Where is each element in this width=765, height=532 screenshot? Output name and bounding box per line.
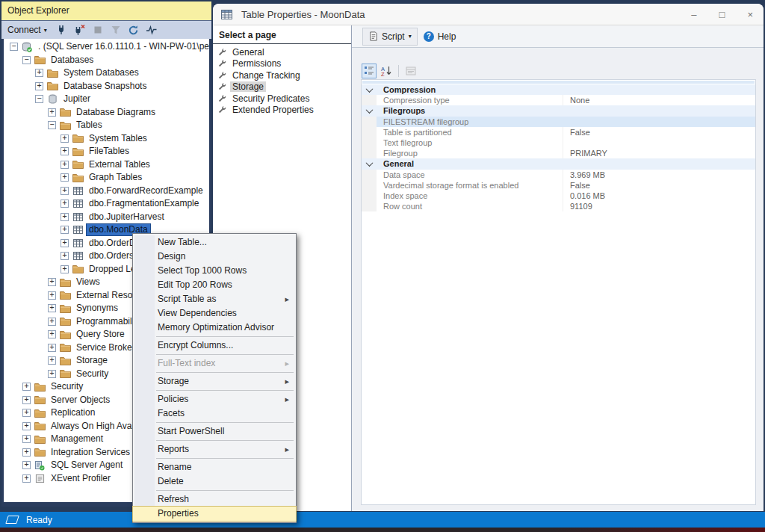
menu-item-new-table[interactable]: New Table... — [133, 235, 296, 250]
menu-item-view-dependencies[interactable]: View Dependencies — [133, 306, 296, 321]
tree-item-dbo-jupiterharvest[interactable]: +dbo.JupiterHarvest — [4, 211, 209, 224]
tree-item-filetables[interactable]: +FileTables — [4, 145, 209, 158]
tree-expander-icon[interactable]: + — [22, 409, 31, 417]
tree-expander-icon[interactable]: + — [61, 147, 69, 155]
tree-expander-icon[interactable]: + — [61, 239, 69, 247]
tree-expander-icon[interactable]: + — [48, 291, 56, 300]
tree-expander-icon[interactable]: + — [61, 173, 69, 182]
close-button[interactable]: × — [747, 10, 753, 19]
page-item-storage[interactable]: Storage — [213, 81, 351, 93]
page-item-security-predicates[interactable]: Security Predicates — [213, 93, 351, 105]
tree-item-tables[interactable]: −Tables — [4, 119, 209, 132]
property-row-filestream-filegroup[interactable]: FILESTREAM filegroup — [362, 117, 755, 127]
tree-expander-icon[interactable]: + — [22, 383, 31, 391]
menu-item-memory-optimization-advisor[interactable]: Memory Optimization Advisor — [133, 321, 296, 335]
menu-item-script-table-as[interactable]: Script Table as — [133, 292, 296, 306]
property-row-filegroup[interactable]: FilegroupPRIMARY — [362, 148, 755, 158]
tree-expander-icon[interactable]: + — [48, 344, 56, 352]
tree-expander-icon[interactable]: + — [35, 69, 43, 77]
menu-item-design[interactable]: Design — [133, 250, 296, 264]
tree-expander-icon[interactable]: − — [10, 43, 18, 51]
tree-expander-icon[interactable]: + — [61, 187, 69, 195]
property-row-index-space[interactable]: Index space0.016 MB — [362, 191, 755, 201]
tree-expander-icon[interactable]: + — [61, 226, 69, 234]
tree-item-dbo-fragmentationexample[interactable]: +dbo.FragmentationExample — [4, 197, 209, 211]
menu-item-start-powershell[interactable]: Start PowerShell — [133, 424, 296, 439]
page-item-general[interactable]: General — [213, 46, 351, 58]
tree-item-database-snapshots[interactable]: +Database Snapshots — [4, 80, 209, 93]
tree-expander-icon[interactable]: + — [48, 356, 56, 365]
minimize-button[interactable]: – — [691, 10, 696, 19]
connect-plug-icon[interactable] — [55, 22, 69, 37]
property-row-compression-type[interactable]: Compression typeNone — [362, 95, 755, 105]
tree-expander-icon[interactable]: + — [35, 82, 43, 90]
tree-expander-icon[interactable]: + — [22, 474, 31, 483]
category-collapse-icon[interactable] — [362, 158, 377, 169]
menu-item-policies[interactable]: Policies — [133, 392, 296, 406]
maximize-button[interactable]: □ — [719, 10, 725, 19]
dialog-title-bar[interactable]: Table Properties - MoonData –□× — [213, 4, 764, 25]
alphabetical-icon[interactable]: AZ — [379, 64, 394, 78]
property-row-data-space[interactable]: Data space3.969 MB — [362, 170, 755, 180]
category-row-compression[interactable]: Compression — [362, 84, 755, 95]
menu-item-refresh[interactable]: Refresh — [133, 492, 296, 507]
category-row-general[interactable]: General — [362, 158, 755, 169]
tree-expander-icon[interactable]: + — [48, 370, 56, 378]
tree-expander-icon[interactable]: + — [48, 318, 56, 326]
tree-expander-icon[interactable]: + — [61, 134, 69, 143]
tree-expander-icon[interactable]: + — [61, 252, 69, 260]
script-button[interactable]: Script ▾ — [362, 28, 418, 46]
property-row-text-filegroup[interactable]: Text filegroup — [362, 137, 755, 148]
filter-icon[interactable] — [108, 22, 123, 37]
tree-expander-icon[interactable]: + — [22, 461, 31, 469]
tree-expander-icon[interactable]: + — [61, 200, 69, 208]
tree-item-database-diagrams[interactable]: +Database Diagrams — [4, 106, 209, 120]
menu-item-storage[interactable]: Storage — [133, 374, 296, 389]
connect-button[interactable]: Connect ▾ — [7, 25, 47, 35]
menu-item-delete[interactable]: Delete — [133, 474, 296, 489]
help-button[interactable]: ? Help — [424, 31, 456, 42]
tree-expander-icon[interactable]: − — [22, 56, 31, 64]
tree-expander-icon[interactable]: + — [48, 108, 56, 117]
tree-item-system-databases[interactable]: +System Databases — [4, 66, 209, 80]
tree-expander-icon[interactable]: + — [61, 161, 69, 169]
category-row-filegroups[interactable]: Filegroups — [362, 105, 755, 116]
category-collapse-icon[interactable] — [362, 105, 377, 116]
tree-item-dbo-forwardrecordexample[interactable]: +dbo.ForwardRecordExample — [4, 185, 209, 198]
tree-item-external-tables[interactable]: +External Tables — [4, 158, 209, 172]
menu-item-edit-top-200-rows[interactable]: Edit Top 200 Rows — [133, 278, 296, 292]
tree-item-system-tables[interactable]: +System Tables — [4, 132, 209, 146]
menu-item-select-top-1000-rows[interactable]: Select Top 1000 Rows — [133, 264, 296, 278]
category-collapse-icon[interactable] — [362, 84, 377, 95]
property-row-table-is-partitioned[interactable]: Table is partitionedFalse — [362, 127, 755, 137]
menu-item-rename[interactable]: Rename — [133, 460, 296, 474]
tree-expander-icon[interactable]: + — [22, 435, 31, 443]
tree-expander-icon[interactable]: − — [35, 95, 43, 103]
categorized-icon[interactable] — [362, 64, 377, 78]
menu-item-facets[interactable]: Facets — [133, 406, 296, 421]
menu-item-properties[interactable]: Properties — [133, 507, 296, 521]
page-item-extended-properties[interactable]: Extended Properties — [213, 105, 351, 117]
menu-item-encrypt-columns[interactable]: Encrypt Columns... — [133, 338, 296, 353]
property-row-vardecimal-storage-format-is-enabled[interactable]: Vardecimal storage format is enabledFals… — [362, 180, 755, 191]
property-row-row-count[interactable]: Row count91109 — [362, 201, 755, 211]
tree-expander-icon[interactable]: + — [22, 448, 31, 457]
tree-item-graph-tables[interactable]: +Graph Tables — [4, 171, 209, 185]
refresh-icon[interactable] — [126, 22, 141, 37]
tree-expander-icon[interactable]: + — [48, 330, 56, 338]
object-explorer-title[interactable]: Object Explorer — [1, 1, 211, 21]
tree-item-jupiter[interactable]: −Jupiter — [4, 93, 209, 106]
tree-expander-icon[interactable]: + — [48, 278, 56, 286]
stop-icon[interactable] — [90, 22, 105, 37]
activity-monitor-icon[interactable] — [144, 22, 159, 37]
tree-expander-icon[interactable]: + — [61, 265, 69, 273]
tree-item-databases[interactable]: −Databases — [4, 54, 209, 67]
tree-expander-icon[interactable]: + — [22, 396, 31, 404]
tree-expander-icon[interactable]: + — [61, 213, 69, 221]
tree-expander-icon[interactable]: + — [22, 422, 31, 430]
disconnect-plug-icon[interactable] — [72, 22, 87, 37]
menu-item-reports[interactable]: Reports — [133, 442, 296, 457]
tree-item-sql-server-16-0-1110-1-win-pw-01-pete[interactable]: −. (SQL Server 16.0.1110.1 - WIN-PW-01\p… — [4, 40, 209, 54]
page-item-permissions[interactable]: Permissions — [213, 58, 351, 70]
tree-expander-icon[interactable]: − — [48, 121, 56, 129]
